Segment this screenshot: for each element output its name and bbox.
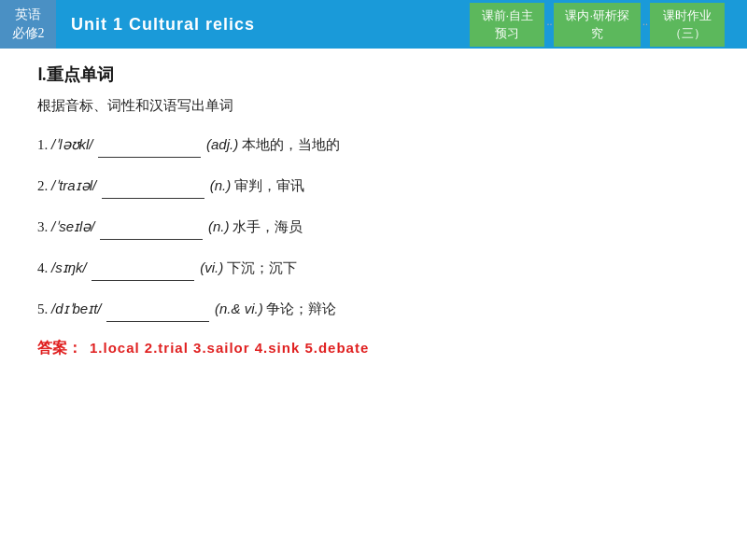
tab-preview[interactable]: 课前·自主 预习 bbox=[470, 3, 544, 47]
tab-homework[interactable]: 课时作业 （三） bbox=[650, 3, 725, 47]
title-bar: Unit 1 Cultural relics 课前·自主 预习 ·· 课内·研析… bbox=[56, 0, 747, 49]
instruction-text: 根据音标、词性和汉语写出单词 bbox=[37, 97, 710, 115]
vocab-list: 1. /ˈləʊkl/ (adj.) 本地的，当地的 2. /ˈtraɪəl/ … bbox=[37, 132, 710, 322]
nav-sep-2: ·· bbox=[641, 18, 650, 32]
item-number: 4. bbox=[37, 260, 48, 275]
phonetic: /sɪŋk/ bbox=[51, 259, 87, 275]
nav-sep-1: ·· bbox=[544, 18, 554, 32]
pos: (n.) bbox=[210, 177, 232, 193]
pos: (vi.) bbox=[200, 259, 223, 275]
item-number: 1. bbox=[37, 137, 48, 152]
phonetic: /dɪˈbeɪt/ bbox=[51, 301, 102, 316]
answer-content: 1.local 2.trial 3.sailor 4.sink 5.debate bbox=[90, 340, 369, 356]
item-number: 2. bbox=[37, 178, 48, 193]
phonetic: /ˈseɪlə/ bbox=[51, 218, 95, 234]
subject-tag: 英语 必修2 bbox=[0, 0, 56, 49]
blank-input[interactable] bbox=[92, 280, 194, 281]
list-item: 1. /ˈləʊkl/ (adj.) 本地的，当地的 bbox=[37, 132, 710, 158]
meaning: 水手，海员 bbox=[233, 219, 303, 234]
blank-input[interactable] bbox=[98, 157, 201, 158]
tab-explore[interactable]: 课内·研析探 究 bbox=[554, 3, 641, 47]
item-number: 3. bbox=[37, 219, 48, 234]
list-item: 2. /ˈtraɪəl/ (n.) 审判，审讯 bbox=[37, 173, 710, 199]
answer-label: 答案： bbox=[37, 339, 82, 358]
page-title: Unit 1 Cultural relics bbox=[71, 15, 255, 35]
list-item: 3. /ˈseɪlə/ (n.) 水手，海员 bbox=[37, 214, 710, 240]
phonetic: /ˈtraɪəl/ bbox=[51, 177, 96, 193]
subject-line1: 英语 bbox=[15, 6, 41, 24]
meaning: 本地的，当地的 bbox=[242, 137, 340, 152]
nav-tabs: 课前·自主 预习 ·· 课内·研析探 究 ·· 课时作业 （三） bbox=[470, 3, 732, 47]
pos: (n.) bbox=[208, 218, 230, 234]
phonetic: /ˈləʊkl/ bbox=[51, 136, 93, 152]
content-area: Ⅰ.重点单词 根据音标、词性和汉语写出单词 1. /ˈləʊkl/ (adj.)… bbox=[0, 49, 747, 373]
header: 英语 必修2 Unit 1 Cultural relics 课前·自主 预习 ·… bbox=[0, 0, 747, 49]
subject-line2: 必修2 bbox=[12, 24, 45, 43]
blank-input[interactable] bbox=[100, 239, 203, 240]
meaning: 下沉；沉下 bbox=[227, 260, 297, 275]
blank-input[interactable] bbox=[102, 198, 204, 199]
list-item: 5. /dɪˈbeɪt/ (n.& vi.) 争论；辩论 bbox=[37, 296, 710, 322]
section-title: Ⅰ.重点单词 bbox=[37, 63, 710, 86]
item-number: 5. bbox=[37, 301, 48, 316]
pos: (n.& vi.) bbox=[215, 301, 263, 316]
pos: (adj.) bbox=[206, 136, 238, 152]
blank-input[interactable] bbox=[106, 321, 209, 322]
meaning: 审判，审讯 bbox=[234, 178, 304, 193]
meaning: 争论；辩论 bbox=[266, 301, 336, 316]
answer-row: 答案： 1.local 2.trial 3.sailor 4.sink 5.de… bbox=[37, 339, 710, 358]
list-item: 4. /sɪŋk/ (vi.) 下沉；沉下 bbox=[37, 255, 710, 281]
